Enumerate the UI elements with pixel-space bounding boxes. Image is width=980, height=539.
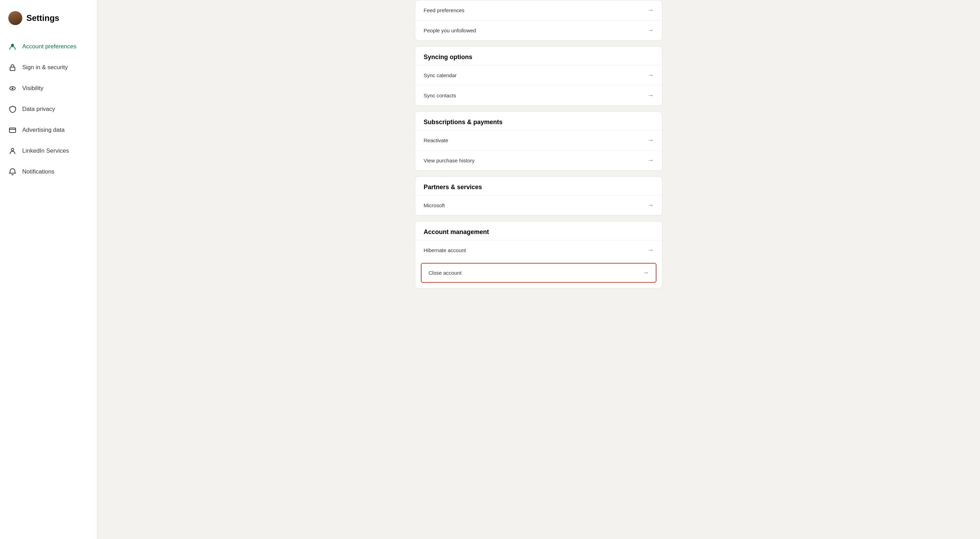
- list-item-reactivate[interactable]: Reactivate →: [415, 130, 662, 150]
- list-item-feed-preferences[interactable]: Feed preferences →: [415, 0, 662, 20]
- page-title: Settings: [26, 13, 59, 23]
- purchase-history-label: View purchase history: [424, 158, 474, 163]
- sidebar-item-sign-in-security[interactable]: Sign in & security: [0, 57, 97, 78]
- arrow-icon: →: [648, 202, 654, 209]
- sidebar-item-label: Account preferences: [22, 43, 76, 50]
- hibernate-account-label: Hibernate account: [424, 247, 466, 253]
- services-person-icon: [8, 147, 17, 155]
- sidebar-item-label: Advertising data: [22, 127, 65, 134]
- main-content: Feed preferences → People you unfollowed…: [97, 0, 980, 539]
- arrow-icon: →: [648, 72, 654, 79]
- arrow-icon: →: [648, 137, 654, 144]
- svg-point-3: [12, 88, 14, 89]
- close-account-wrapper: Close account →: [415, 260, 662, 288]
- partners-services-header: Partners & services: [415, 177, 662, 195]
- sidebar-item-linkedin-services[interactable]: LinkedIn Services: [0, 140, 97, 161]
- list-item-sync-calendar[interactable]: Sync calendar →: [415, 65, 662, 85]
- microsoft-label: Microsoft: [424, 203, 445, 208]
- card-icon: [8, 126, 17, 134]
- list-item-sync-contacts[interactable]: Sync contacts →: [415, 85, 662, 105]
- arrow-icon: →: [648, 157, 654, 164]
- eye-icon: [8, 84, 17, 92]
- close-account-label: Close account: [428, 270, 461, 276]
- reactivate-label: Reactivate: [424, 137, 448, 143]
- shield-icon: [8, 105, 17, 113]
- sidebar: Settings Account preferences Sign in & s…: [0, 0, 97, 539]
- sidebar-item-data-privacy[interactable]: Data privacy: [0, 99, 97, 120]
- sidebar-item-label: Visibility: [22, 85, 43, 92]
- syncing-options-header: Syncing options: [415, 46, 662, 65]
- svg-point-0: [11, 44, 14, 46]
- arrow-icon: →: [648, 27, 654, 34]
- sync-calendar-label: Sync calendar: [424, 72, 457, 78]
- sidebar-item-account-preferences[interactable]: Account preferences: [0, 36, 97, 57]
- subscriptions-payments-card: Subscriptions & payments Reactivate → Vi…: [415, 111, 662, 171]
- svg-rect-4: [10, 128, 16, 132]
- list-item-close-account[interactable]: Close account →: [421, 263, 657, 283]
- account-management-card: Account management Hibernate account → C…: [415, 221, 662, 289]
- people-unfollowed-label: People you unfollowed: [424, 27, 476, 33]
- sidebar-item-advertising-data[interactable]: Advertising data: [0, 120, 97, 140]
- sidebar-item-label: LinkedIn Services: [22, 147, 69, 155]
- bell-icon: [8, 167, 17, 176]
- top-section-card: Feed preferences → People you unfollowed…: [415, 0, 662, 41]
- subscriptions-payments-header: Subscriptions & payments: [415, 112, 662, 130]
- account-management-header: Account management: [415, 222, 662, 240]
- list-item-microsoft[interactable]: Microsoft →: [415, 195, 662, 215]
- list-item-people-unfollowed[interactable]: People you unfollowed →: [415, 20, 662, 40]
- arrow-icon: →: [648, 247, 654, 254]
- svg-rect-1: [10, 67, 15, 70]
- list-item-purchase-history[interactable]: View purchase history →: [415, 150, 662, 171]
- list-item-hibernate-account[interactable]: Hibernate account →: [415, 240, 662, 260]
- arrow-icon: →: [648, 6, 654, 14]
- content-area: Feed preferences → People you unfollowed…: [407, 0, 671, 308]
- sidebar-item-notifications[interactable]: Notifications: [0, 161, 97, 182]
- arrow-icon: →: [648, 92, 654, 99]
- partners-services-card: Partners & services Microsoft →: [415, 176, 662, 215]
- person-icon: [8, 42, 17, 51]
- sidebar-item-label: Sign in & security: [22, 64, 68, 71]
- syncing-options-card: Syncing options Sync calendar → Sync con…: [415, 46, 662, 106]
- sidebar-item-label: Data privacy: [22, 106, 55, 113]
- feed-preferences-label: Feed preferences: [424, 7, 465, 13]
- lock-icon: [8, 63, 17, 72]
- arrow-icon: →: [643, 269, 649, 276]
- sidebar-header: Settings: [0, 11, 97, 36]
- svg-point-6: [11, 148, 14, 151]
- sidebar-item-visibility[interactable]: Visibility: [0, 78, 97, 99]
- sidebar-item-label: Notifications: [22, 168, 54, 175]
- sync-contacts-label: Sync contacts: [424, 92, 456, 99]
- avatar: [8, 11, 22, 25]
